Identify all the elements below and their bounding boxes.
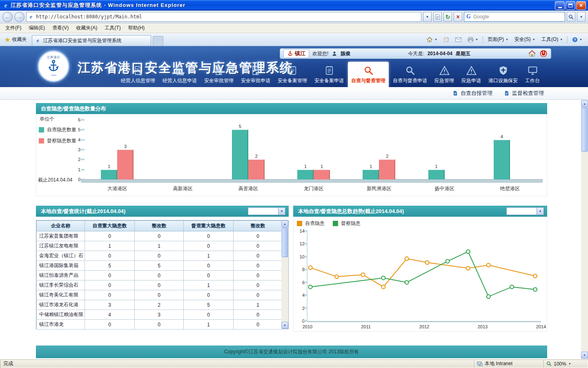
compatibility-view-button[interactable]: [433, 12, 442, 22]
minimize-button[interactable]: [555, 1, 565, 10]
hazard-distribution-title: 自查隐患/督查隐患数量分布: [41, 105, 106, 112]
stop-button[interactable]: ×: [454, 12, 462, 22]
trend-header: 本地自查/督查隐患总数趋势(截止2014.04.04) ▼: [293, 206, 547, 217]
home-icon: [426, 36, 433, 43]
mail-icon: [455, 37, 461, 42]
bar-chart-footnote: 截止2014.04.04: [38, 177, 72, 184]
table-row[interactable]: 金海宏业（镇江）石0010: [37, 251, 283, 261]
google-logo-icon: G: [466, 13, 471, 20]
subnav-item-label: 自查自报管理: [461, 90, 492, 97]
status-message: 完成: [0, 359, 474, 368]
user-strip: 镇江 欢迎您! 陈俊 今天是: 2014-04-04 星期五: [280, 48, 551, 59]
favorites-button[interactable]: ★ 收藏夹: [2, 35, 30, 44]
menu-favorites[interactable]: 收藏夹(A): [72, 23, 101, 33]
nav-item-0[interactable]: 经营人信息管理: [118, 62, 158, 87]
stats-filter-select[interactable]: ▼: [248, 207, 285, 215]
y-axis-tick-label: 0: [71, 177, 80, 182]
nav-item-1[interactable]: 经营人信息申请: [159, 62, 200, 87]
safety-button[interactable]: 安全(S)▼: [512, 34, 538, 45]
page-button[interactable]: 页面(P)▼: [485, 34, 511, 45]
new-tab-button[interactable]: [153, 36, 163, 46]
page-scroll-down-icon[interactable]: ▼: [581, 352, 588, 359]
y-axis-tick: [81, 139, 85, 141]
y-axis-tick: [304, 269, 307, 270]
nav-item-2[interactable]: 安全审批管理: [201, 62, 237, 87]
search-box[interactable]: G Google: [464, 12, 565, 22]
table-scroll-down-icon[interactable]: ▼: [281, 322, 288, 329]
trend-filter-select[interactable]: ▼: [506, 207, 544, 215]
table-row[interactable]: 镇江恒泰沥青产品0000: [37, 271, 283, 280]
home-button[interactable]: ▼: [424, 35, 440, 45]
table-row[interactable]: 镇江市港龙0010: [37, 320, 283, 330]
table-row[interactable]: 镇江市港龙石化港3251: [37, 300, 283, 310]
read-mail-button[interactable]: [453, 36, 464, 44]
feeds-button[interactable]: [441, 35, 452, 44]
search-button[interactable]: [567, 12, 575, 22]
nav-item-8[interactable]: 应急管理: [431, 62, 457, 87]
logout-power-icon[interactable]: [539, 49, 548, 58]
print-button[interactable]: ▼: [465, 35, 481, 44]
menu-view[interactable]: 查看(V): [49, 23, 72, 33]
page-scroll-up-icon[interactable]: ▲: [581, 100, 588, 107]
legend-swatch: [39, 127, 44, 132]
nav-item-label: 经营人信息申请: [163, 77, 197, 84]
doc-approve-icon: [214, 65, 224, 76]
page-scrollbar[interactable]: ▲ ▼: [581, 100, 588, 359]
nav-item-7[interactable]: 自查与督查申请: [390, 62, 430, 87]
status-zoom[interactable]: 100% ▼: [543, 359, 588, 368]
help-button[interactable]: ? ▼: [570, 35, 585, 44]
value-cell: 5: [135, 261, 184, 271]
nav-item-6-active[interactable]: 自查与督查管理: [348, 62, 389, 87]
table-row[interactable]: 江苏索普集团有限0000: [37, 231, 283, 241]
table-row[interactable]: 镇江港国际集装箱5500: [37, 261, 283, 271]
address-field[interactable]: e http://localhost:8080/yjpt/Main.html: [26, 12, 421, 22]
nav-item-3[interactable]: 安全审批申请: [238, 62, 274, 87]
restore-button[interactable]: [566, 1, 575, 10]
panel-trend: 本地自查/督查隐患总数趋势(截止2014.04.04) ▼ 自查隐患督察隐患 0…: [293, 206, 547, 332]
app-logo: 江苏港口 ~~~: [38, 50, 69, 82]
back-button[interactable]: ←: [2, 12, 13, 22]
value-cell: 0: [184, 241, 234, 251]
close-button[interactable]: ×: [576, 1, 586, 10]
table-scrollbar[interactable]: ▲ ▼: [281, 220, 288, 329]
menu-tools[interactable]: 工具(T): [101, 23, 124, 33]
nav-item-9[interactable]: 应急申请: [458, 62, 484, 87]
refresh-button[interactable]: ↻: [443, 12, 452, 22]
nav-item-11[interactable]: 工作台: [522, 62, 543, 87]
address-dropdown-button[interactable]: ▼: [423, 12, 432, 22]
browser-tab-active[interactable]: e 江苏省港口安全监管与应急管理系统: [32, 35, 151, 46]
user-name[interactable]: 陈俊: [341, 50, 350, 57]
line-supervise: [310, 251, 535, 296]
nav-item-10[interactable]: 港口设施保安: [485, 62, 521, 87]
table-row[interactable]: 江苏镇江发电有限1100: [37, 241, 283, 251]
subnav-item-0[interactable]: 自查自报管理: [452, 90, 492, 97]
table-row[interactable]: 镇江李长荣综合石0010: [37, 280, 283, 290]
bar-supervise: [379, 159, 395, 180]
table-scroll-up-icon[interactable]: ▲: [281, 220, 288, 227]
table-row[interactable]: 镇江奇美化工有限0000: [37, 290, 283, 300]
value-cell: 5: [85, 261, 135, 271]
forward-button[interactable]: →: [14, 12, 24, 22]
zoom-dropdown-icon[interactable]: ▼: [568, 362, 571, 365]
shield-icon: [498, 65, 508, 76]
table-row[interactable]: 中储粮镇江粮油有限4300: [37, 310, 283, 320]
menu-file[interactable]: 文件(F): [2, 23, 25, 33]
nav-item-5[interactable]: 安全备案申请: [311, 62, 347, 87]
local-stats-title: 本地自查/督查统计(截止2014.04.04): [41, 208, 125, 215]
page-icon: e: [28, 13, 34, 20]
table-scroll-thumb[interactable]: [282, 228, 288, 257]
subnav-item-1[interactable]: 监督检查管理: [504, 90, 544, 97]
menu-help[interactable]: 帮助(H): [125, 23, 149, 33]
nav-item-4[interactable]: 安全备案管理: [274, 62, 310, 87]
region-name: 镇江: [295, 50, 305, 57]
search-options-button[interactable]: ▼: [577, 12, 586, 22]
portal-home-icon[interactable]: [528, 49, 536, 58]
warning-icon: [466, 65, 477, 76]
value-cell: 0: [234, 251, 283, 261]
address-toolbar: ← → e http://localhost:8080/yjpt/Main.ht…: [0, 11, 588, 23]
menu-edit[interactable]: 编辑(E): [25, 23, 49, 33]
star-icon: ★: [5, 36, 10, 43]
x-axis-category-label: 龙门港区: [283, 185, 344, 192]
tools-button[interactable]: 工具(O)▼: [539, 34, 565, 45]
page-scroll-thumb[interactable]: [581, 108, 588, 152]
